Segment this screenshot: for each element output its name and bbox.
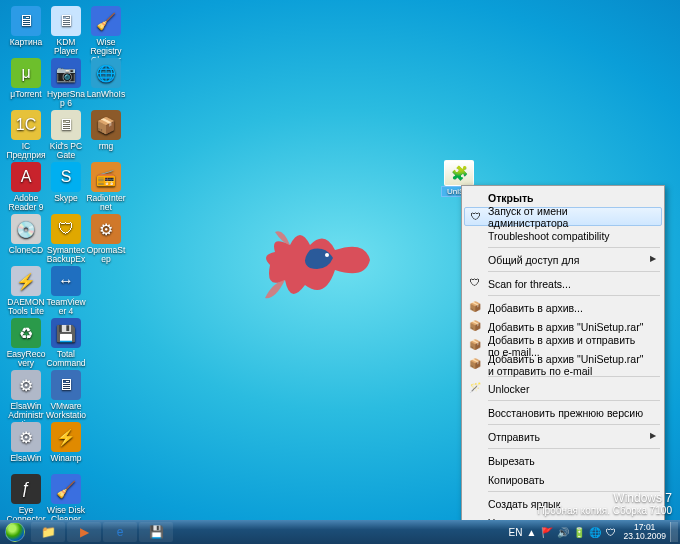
menu-separator xyxy=(488,400,660,401)
desktop-icon[interactable]: 1CIC Предприятие xyxy=(6,110,46,169)
menu-item-label: Добавить в архив "UniSetup.rar" xyxy=(488,321,643,333)
desktop-icon[interactable]: 💿CloneCD xyxy=(6,214,46,255)
app-icon: 🧩 xyxy=(444,160,474,186)
desktop[interactable]: 🖥Картина🖥KDM Player🧹Wise Registry Cleane… xyxy=(0,0,680,520)
icon-label: Eye Connector xyxy=(6,506,46,520)
menu-item-label: Добавить в архив... xyxy=(488,302,583,314)
app-icon: 📦 xyxy=(91,110,121,140)
menu-separator xyxy=(488,271,660,272)
menu-item-label: Общий доступ для xyxy=(488,254,579,266)
clock[interactable]: 17:01 23.10.2009 xyxy=(623,523,666,542)
desktop-icon[interactable]: ⚡Winamp xyxy=(46,422,86,463)
taskbar-button-media-player[interactable]: ▶ xyxy=(67,522,101,542)
submenu-arrow-icon: ▶ xyxy=(650,254,656,263)
menu-item[interactable]: Вырезать xyxy=(464,451,662,470)
menu-separator xyxy=(488,424,660,425)
app-icon: 🖥 xyxy=(51,6,81,36)
icon-label: HyperSnap 6 xyxy=(46,90,86,108)
desktop-icon[interactable]: 📻RadioInternet xyxy=(86,162,126,212)
desktop-icon[interactable]: ↔TeamViewer 4 xyxy=(46,266,86,316)
app-icon: 📷 xyxy=(51,58,81,88)
icon-label: Winamp xyxy=(46,454,86,463)
menu-item-label: Troubleshoot compatibility xyxy=(488,230,610,242)
menu-item[interactable]: 📦Добавить в архив... xyxy=(464,298,662,317)
desktop-icon[interactable]: 🛡Symantec BackupExec xyxy=(46,214,86,273)
desktop-icon[interactable]: ⚙ElsaWin xyxy=(6,422,46,463)
icon-label: KDM Player xyxy=(46,38,86,56)
menu-item[interactable]: 🛡Scan for threats... xyxy=(464,274,662,293)
desktop-icon[interactable]: ƒEye Connector xyxy=(6,474,46,520)
menu-item[interactable]: Troubleshoot compatibility xyxy=(464,226,662,245)
desktop-icon[interactable]: SSkype xyxy=(46,162,86,203)
tray-icon[interactable]: 🌐 xyxy=(588,525,602,539)
menu-item-label: Копировать xyxy=(488,474,545,486)
menu-separator xyxy=(488,247,660,248)
icon-label: DAEMON Tools Lite xyxy=(6,298,46,316)
tray-icon[interactable]: ▲ xyxy=(524,525,538,539)
icon-label: Kid's PC Gate xyxy=(46,142,86,160)
menu-separator xyxy=(488,295,660,296)
icon-label: LanWhoIs xyxy=(86,90,126,99)
tray-icon[interactable]: 🔋 xyxy=(572,525,586,539)
desktop-icon[interactable]: ♻EasyRecovery xyxy=(6,318,46,368)
desktop-icon[interactable]: 🧹Wise Registry Cleaner xyxy=(86,6,126,65)
app-icon: 💾 xyxy=(51,318,81,348)
menu-item-icon: 🛡 xyxy=(468,276,482,290)
taskbar-button-ie[interactable]: e xyxy=(103,522,137,542)
menu-item[interactable]: 🛡Запуск от имени администратора xyxy=(464,207,662,226)
app-icon: ↔ xyxy=(51,266,81,296)
desktop-icon[interactable]: 🖥Картина xyxy=(6,6,46,47)
language-indicator[interactable]: EN xyxy=(508,525,522,539)
desktop-icon[interactable]: 🧹Wise Disk Cleaner xyxy=(46,474,86,520)
desktop-icon[interactable]: 🖥KDM Player xyxy=(46,6,86,56)
icon-label: Skype xyxy=(46,194,86,203)
icon-label: rmg xyxy=(86,142,126,151)
menu-item-label: Вырезать xyxy=(488,455,535,467)
app-icon: 🛡 xyxy=(51,214,81,244)
tray-icon[interactable]: 🔊 xyxy=(556,525,570,539)
menu-item[interactable]: Копировать xyxy=(464,470,662,489)
tray-icon[interactable]: 🚩 xyxy=(540,525,554,539)
desktop-icon[interactable]: μμTorrent xyxy=(6,58,46,99)
menu-item[interactable]: 📦Добавить в архив "UniSetup.rar" и отпра… xyxy=(464,355,662,374)
app-icon: ⚡ xyxy=(51,422,81,452)
wallpaper-fish xyxy=(255,210,375,310)
desktop-icon[interactable]: AAdobe Reader 9 xyxy=(6,162,46,212)
context-menu: Открыть🛡Запуск от имени администратораTr… xyxy=(461,185,665,520)
windows-branding: Windows 7 Пробная копия. Сборка 7100 xyxy=(537,491,672,516)
desktop-icon[interactable]: 📦rmg xyxy=(86,110,126,151)
icon-label: μTorrent xyxy=(6,90,46,99)
desktop-icon[interactable]: ⚡DAEMON Tools Lite xyxy=(6,266,46,316)
taskbar-button-app[interactable]: 💾 xyxy=(139,522,173,542)
desktop-icon[interactable]: ⚙OpromaStep xyxy=(86,214,126,264)
menu-item[interactable]: Общий доступ для▶ xyxy=(464,250,662,269)
media-player-icon: ▶ xyxy=(80,525,89,539)
desktop-icon[interactable]: 🖥Kid's PC Gate xyxy=(46,110,86,160)
app-icon: ⚙ xyxy=(11,370,41,400)
desktop-icon[interactable]: 🌐LanWhoIs xyxy=(86,58,126,99)
desktop-icon[interactable]: 📷HyperSnap 6 xyxy=(46,58,86,108)
tray-icon[interactable]: 🛡 xyxy=(604,525,618,539)
app-icon: 1C xyxy=(11,110,41,140)
desktop-icon[interactable]: ⚙ElsaWin Administration xyxy=(6,370,46,429)
icon-label: ElsaWin xyxy=(6,454,46,463)
menu-item[interactable]: Отправить▶ xyxy=(464,427,662,446)
app-icon: 🌐 xyxy=(91,58,121,88)
icon-label: Adobe Reader 9 xyxy=(6,194,46,212)
desktop-icon[interactable]: 🖥VMware Workstation xyxy=(46,370,86,429)
icon-label: RadioInternet xyxy=(86,194,126,212)
explorer-icon: 📁 xyxy=(41,525,56,539)
menu-item[interactable]: 🪄Unlocker xyxy=(464,379,662,398)
show-desktop-button[interactable] xyxy=(670,522,678,542)
menu-item-icon: 📦 xyxy=(468,357,482,371)
menu-item-label: Scan for threats... xyxy=(488,278,571,290)
taskbar-button-explorer[interactable]: 📁 xyxy=(31,522,65,542)
desktop-icon[interactable]: 💾Total Commander xyxy=(46,318,86,377)
app-icon: ⚙ xyxy=(11,422,41,452)
app-icon: 🖥 xyxy=(51,110,81,140)
app-icon: ♻ xyxy=(11,318,41,348)
menu-item[interactable]: Восстановить прежнюю версию xyxy=(464,403,662,422)
start-button[interactable] xyxy=(0,520,30,544)
taskbar: 📁▶e💾 EN ▲🚩🔊🔋🌐🛡 17:01 23.10.2009 xyxy=(0,520,680,544)
system-tray: EN ▲🚩🔊🔋🌐🛡 17:01 23.10.2009 xyxy=(507,520,680,544)
